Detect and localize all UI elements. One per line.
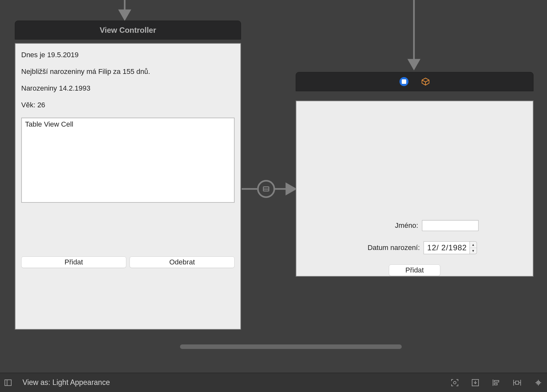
remove-button[interactable]: Odebrat	[130, 256, 235, 268]
svg-point-11	[453, 381, 456, 384]
right-scene-title-bar[interactable]	[296, 72, 534, 91]
stepper-up-icon[interactable]: ▲	[470, 242, 477, 248]
today-label: Dnes je 19.5.2019	[21, 51, 235, 59]
stepper-down-icon[interactable]: ▼	[470, 248, 477, 254]
dob-field-label: Datum narození:	[352, 244, 420, 252]
segue-icon	[263, 186, 269, 192]
storyboard-canvas[interactable]: View Controller Dnes je 19.5.2019 Nejbli…	[0, 0, 547, 373]
entry-arrow-right	[404, 0, 424, 73]
birthday-label: Narozeniny 14.2.1993	[21, 84, 235, 93]
left-scene-view[interactable]: Dnes je 19.5.2019 Nejbližší narozeniny m…	[15, 43, 241, 330]
scene-title-bar[interactable]: View Controller	[15, 21, 241, 40]
right-scene-view[interactable]: Jméno: Datum narození: 12/ 2/1982 ▲ ▼ Př…	[296, 101, 534, 277]
table-view-cell-prototype[interactable]: Table View Cell	[22, 118, 234, 130]
align-icon[interactable]	[492, 379, 500, 387]
add-button-left[interactable]: Přidat	[21, 256, 126, 268]
add-button-right-label: Přidat	[405, 266, 424, 274]
svg-line-9	[426, 80, 429, 82]
bottom-toolbar: View as: Light Appearance	[0, 373, 547, 392]
svg-marker-3	[409, 60, 419, 69]
dob-date-picker[interactable]: 12/ 2/1982	[424, 241, 470, 254]
horizontal-scrollbar-thumb[interactable]	[180, 344, 402, 349]
dob-stepper[interactable]: ▲ ▼	[470, 241, 477, 254]
svg-rect-18	[516, 381, 519, 384]
entry-arrow-left	[115, 0, 134, 22]
scene-title-text: View Controller	[100, 26, 156, 35]
svg-rect-15	[494, 383, 497, 385]
dob-date-value: 12/ 2/1982	[427, 243, 467, 252]
table-view[interactable]: Table View Cell	[21, 118, 235, 203]
svg-rect-14	[494, 380, 499, 382]
view-as-label[interactable]: View as: Light Appearance	[22, 378, 110, 387]
focus-icon[interactable]	[451, 379, 459, 387]
embed-in-icon[interactable]	[471, 379, 480, 387]
resolve-constraints-icon[interactable]	[534, 379, 543, 387]
add-button-left-label: Přidat	[65, 258, 83, 266]
remove-button-label: Odebrat	[169, 258, 195, 266]
segue-indicator[interactable]	[257, 180, 275, 198]
window-controller-icon	[399, 77, 408, 86]
first-responder-icon	[421, 77, 430, 86]
svg-line-8	[422, 80, 426, 82]
svg-marker-1	[120, 10, 130, 19]
pin-constraints-icon[interactable]	[512, 379, 522, 387]
segue-arrow	[275, 180, 297, 199]
age-label: Věk: 26	[21, 101, 235, 109]
name-input[interactable]	[422, 220, 479, 231]
show-panel-icon[interactable]	[4, 379, 12, 386]
add-button-right[interactable]: Přidat	[389, 264, 440, 276]
closest-birthday-label: Nejbližší narozeniny má Filip za 155 dnů…	[21, 67, 235, 76]
segue-line-left	[242, 180, 258, 199]
svg-marker-5	[286, 184, 295, 194]
name-field-label: Jméno:	[351, 221, 418, 230]
